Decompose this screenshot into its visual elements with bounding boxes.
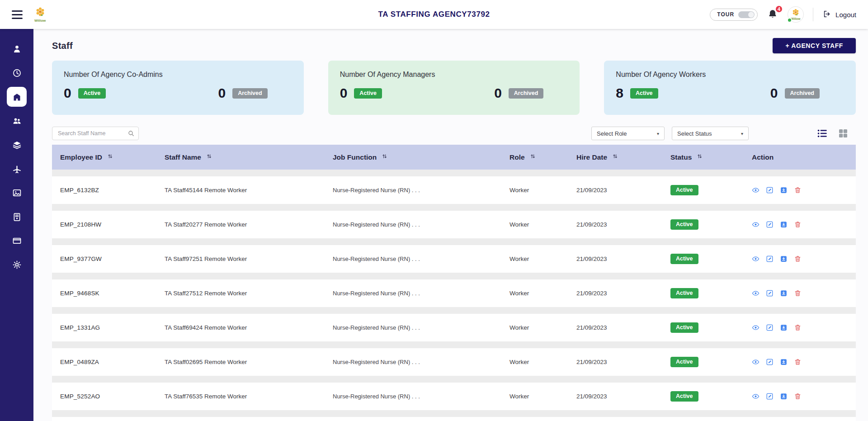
eye-icon [752,255,760,263]
sort-icon[interactable] [612,153,618,161]
sidebar-item-documents[interactable] [7,207,27,227]
edit-button[interactable] [766,289,774,297]
tour-switch[interactable] [738,11,755,18]
employee-id-cell: EMP_5252AO [52,393,156,400]
column-header-employee-id[interactable]: Employee ID [52,153,156,161]
role-select[interactable]: Select Role ▾ [591,127,665,140]
hire-date-cell: 21/09/2023 [568,255,662,262]
column-label: Job Function [333,153,377,161]
view-button[interactable] [752,255,760,263]
edit-button[interactable] [766,393,774,400]
job-function-cell: Nurse-Registered Nurse (RN) . . . [325,290,501,297]
role-cell: Worker [501,255,568,262]
delete-button[interactable] [794,393,802,400]
avatar-brand-name: Willow [791,18,801,21]
view-button[interactable] [752,324,760,331]
notifications-button[interactable]: 4 [767,8,778,21]
employee-id-cell: EMP_9377GW [52,255,156,262]
sidebar-item-staff[interactable] [7,87,27,107]
sort-icon[interactable] [107,153,113,161]
trash-icon [794,186,802,194]
brand-name: Willow [34,19,46,23]
delete-button[interactable] [794,186,802,194]
sidebar-item-travel[interactable] [7,159,27,179]
column-header-hire-date[interactable]: Hire Date [568,153,662,161]
credit-card-icon [12,236,22,246]
sidebar-item-gallery[interactable] [7,183,27,203]
column-header-status[interactable]: Status [662,153,744,161]
download-box-icon [780,324,788,331]
menu-toggle-button[interactable] [10,9,24,21]
table-header-row: Employee ID Staff Name Job Function Role… [52,145,856,170]
row-separator [52,273,856,279]
sidebar-item-schedule[interactable] [7,63,27,83]
column-header-job-function[interactable]: Job Function [325,153,501,161]
archive-button[interactable] [780,186,788,194]
edit-button[interactable] [766,255,774,263]
edit-button[interactable] [766,221,774,228]
sort-icon[interactable] [529,153,536,161]
sort-icon[interactable] [696,153,703,161]
sort-icon[interactable] [206,153,212,161]
archive-button[interactable] [780,289,788,297]
download-box-icon [780,358,788,366]
archived-badge: Archived [232,88,268,99]
table-row: EMP_1331AG TA Staff69424 Remote Worker N… [52,314,856,341]
sidebar-item-services[interactable] [7,135,27,155]
role-select-value: Select Role [597,130,627,137]
delete-button[interactable] [794,221,802,228]
trash-icon [794,324,802,331]
sidebar-item-clients[interactable] [7,111,27,131]
archive-button[interactable] [780,221,788,228]
column-header-role[interactable]: Role [501,153,568,161]
view-button[interactable] [752,289,760,297]
airplane-icon [12,164,22,174]
delete-button[interactable] [794,289,802,297]
status-cell: Active [662,219,744,230]
grid-view-icon [838,128,849,139]
grid-view-button[interactable] [838,128,849,139]
view-button[interactable] [752,393,760,400]
switch-knob [748,12,754,18]
edit-button[interactable] [766,358,774,366]
archive-button[interactable] [780,255,788,263]
stat-card-label: Number Of Agency Managers [340,71,568,79]
list-view-button[interactable] [816,128,828,139]
tour-toggle[interactable]: TOUR [710,9,758,21]
edit-button[interactable] [766,186,774,194]
sidebar-item-settings[interactable] [7,255,27,274]
view-button[interactable] [752,186,760,194]
avatar[interactable]: Willow [788,6,804,23]
logout-button[interactable]: Logout [822,9,856,20]
archive-button[interactable] [780,324,788,331]
hire-date-cell: 21/09/2023 [568,221,662,228]
view-button[interactable] [752,358,760,366]
sort-icon[interactable] [381,153,388,161]
row-separator [52,410,856,417]
search-input[interactable] [52,127,139,140]
stat-card-workers: Number Of Agency Workers 8 Active 0 Arch… [604,61,856,115]
column-header-staff-name[interactable]: Staff Name [156,153,325,161]
main-content: Staff + AGENCY STAFF Number Of Agency Co… [33,29,868,421]
status-badge: Active [670,391,698,402]
delete-button[interactable] [794,358,802,366]
column-label: Action [752,153,774,161]
eye-icon [752,324,760,331]
status-select[interactable]: Select Status ▾ [672,127,749,140]
sidebar-item-profile[interactable] [7,39,27,59]
document-icon [12,212,22,222]
sidebar-item-billing[interactable] [7,231,27,251]
view-button[interactable] [752,221,760,228]
download-box-icon [780,186,788,194]
add-agency-staff-button[interactable]: + AGENCY STAFF [773,38,856,53]
archive-button[interactable] [780,358,788,366]
eye-icon [752,358,760,366]
employee-id-cell: EMP_1331AG [52,324,156,331]
employee-id-cell: EMP_9468SK [52,290,156,297]
staff-name-cell: TA Staff97251 Remote Worker [156,255,325,262]
edit-button[interactable] [766,324,774,331]
delete-button[interactable] [794,255,802,263]
delete-button[interactable] [794,324,802,331]
trash-icon [794,221,802,228]
archive-button[interactable] [780,393,788,400]
